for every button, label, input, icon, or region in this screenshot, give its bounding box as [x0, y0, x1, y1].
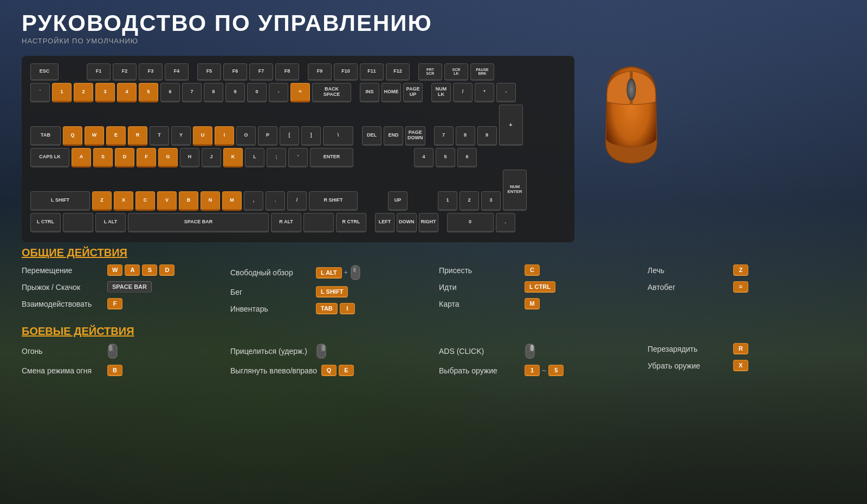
- key-m[interactable]: M: [222, 191, 242, 211]
- key-backtick[interactable]: `: [30, 83, 50, 102]
- key-numplus[interactable]: +: [499, 105, 523, 146]
- key-badge-c[interactable]: C: [525, 264, 540, 276]
- key-z[interactable]: Z: [92, 191, 112, 211]
- key-f12[interactable]: F12: [386, 63, 410, 81]
- key-num5[interactable]: 5: [436, 148, 455, 167]
- key-6[interactable]: 6: [160, 83, 180, 102]
- key-g[interactable]: G: [158, 148, 178, 167]
- key-f11[interactable]: F11: [360, 63, 384, 81]
- key-b[interactable]: B: [179, 191, 198, 211]
- key-rwin[interactable]: [303, 213, 334, 232]
- key-w[interactable]: W: [85, 126, 104, 146]
- key-badge-r[interactable]: R: [733, 343, 748, 354]
- key-k[interactable]: K: [223, 148, 243, 167]
- key-right[interactable]: RIGHT: [419, 213, 438, 232]
- key-numstar[interactable]: *: [475, 83, 494, 102]
- key-x[interactable]: X: [114, 191, 133, 211]
- key-num2[interactable]: 2: [460, 191, 479, 211]
- key-space[interactable]: SPACE BAR: [128, 213, 269, 232]
- key-prtscr[interactable]: PRTSCR: [418, 63, 442, 81]
- key-tab[interactable]: TAB: [30, 126, 61, 146]
- key-down[interactable]: DOWN: [397, 213, 417, 232]
- key-badge-d[interactable]: D: [159, 264, 174, 276]
- key-badge-f[interactable]: F: [107, 298, 122, 309]
- key-badge-a[interactable]: A: [125, 264, 140, 276]
- key-home[interactable]: HOME: [381, 83, 401, 102]
- key-badge-lalt[interactable]: L ALT: [316, 267, 342, 279]
- key-num4[interactable]: 4: [414, 148, 434, 167]
- key-badge-lshift[interactable]: L SHIFT: [316, 286, 348, 298]
- key-badge-1-weapon[interactable]: 1: [525, 365, 540, 376]
- key-numlk[interactable]: NUMLK: [431, 83, 451, 102]
- key-badge-m[interactable]: M: [525, 298, 540, 309]
- key-e[interactable]: E: [106, 126, 126, 146]
- key-h[interactable]: H: [180, 148, 199, 167]
- key-f6[interactable]: F6: [223, 63, 247, 81]
- key-f3[interactable]: F3: [139, 63, 163, 81]
- key-f1[interactable]: F1: [87, 63, 111, 81]
- key-l[interactable]: L: [245, 148, 264, 167]
- key-badge-5-weapon[interactable]: 5: [548, 365, 564, 376]
- key-f8[interactable]: F8: [275, 63, 299, 81]
- key-scrlk[interactable]: SCRLK: [444, 63, 468, 81]
- key-8[interactable]: 8: [204, 83, 223, 102]
- key-q[interactable]: Q: [63, 126, 82, 146]
- key-3[interactable]: 3: [95, 83, 115, 102]
- key-s[interactable]: S: [93, 148, 113, 167]
- key-left[interactable]: LEFT: [375, 213, 394, 232]
- key-num1[interactable]: 1: [438, 191, 457, 211]
- key-badge-b[interactable]: B: [107, 365, 122, 376]
- key-numslash[interactable]: /: [453, 83, 473, 102]
- key-f9[interactable]: F9: [308, 63, 332, 81]
- key-p[interactable]: P: [258, 126, 277, 146]
- key-c[interactable]: C: [135, 191, 155, 211]
- key-f[interactable]: F: [137, 148, 156, 167]
- key-f10[interactable]: F10: [334, 63, 358, 81]
- key-y[interactable]: Y: [171, 126, 191, 146]
- key-num3[interactable]: 3: [481, 191, 501, 211]
- key-f7[interactable]: F7: [249, 63, 273, 81]
- key-4[interactable]: 4: [117, 83, 137, 102]
- key-up[interactable]: UP: [388, 191, 407, 211]
- key-minus[interactable]: -: [269, 83, 288, 102]
- key-a[interactable]: A: [72, 148, 91, 167]
- key-badge-z[interactable]: Z: [733, 264, 748, 276]
- key-rbracket[interactable]: ]: [301, 126, 321, 146]
- key-period[interactable]: .: [266, 191, 285, 211]
- key-1[interactable]: 1: [52, 83, 72, 102]
- key-lshift[interactable]: L SHIFT: [30, 191, 90, 211]
- key-9[interactable]: 9: [225, 83, 245, 102]
- key-f5[interactable]: F5: [197, 63, 221, 81]
- key-badge-s[interactable]: S: [142, 264, 157, 276]
- key-comma[interactable]: ,: [244, 191, 263, 211]
- key-semicolon[interactable]: ;: [267, 148, 286, 167]
- key-d[interactable]: D: [115, 148, 134, 167]
- key-badge-lctrl[interactable]: L CTRL: [525, 281, 555, 293]
- key-pgup[interactable]: PAGEUP: [403, 83, 423, 102]
- key-badge-e[interactable]: E: [339, 365, 354, 376]
- key-badge-space[interactable]: SPACE BAR: [107, 281, 152, 293]
- key-0[interactable]: 0: [247, 83, 267, 102]
- key-caps[interactable]: CAPS LK: [30, 148, 69, 167]
- key-j[interactable]: J: [202, 148, 221, 167]
- key-numdot[interactable]: .: [496, 213, 515, 232]
- key-u[interactable]: U: [193, 126, 212, 146]
- key-n[interactable]: N: [200, 191, 220, 211]
- key-lbracket[interactable]: [: [280, 126, 299, 146]
- key-7[interactable]: 7: [182, 83, 202, 102]
- key-num8[interactable]: 8: [456, 126, 475, 146]
- key-lalt[interactable]: L ALT: [95, 213, 126, 232]
- key-end[interactable]: END: [384, 126, 403, 146]
- key-ins[interactable]: INS: [360, 83, 379, 102]
- key-del[interactable]: DEL: [362, 126, 381, 146]
- key-badge-q[interactable]: Q: [321, 365, 337, 376]
- key-v[interactable]: V: [157, 191, 177, 211]
- key-pause[interactable]: PAUSEBRK: [470, 63, 494, 81]
- key-t[interactable]: T: [150, 126, 169, 146]
- key-quote[interactable]: ': [288, 148, 308, 167]
- key-badge-i[interactable]: I: [340, 303, 355, 314]
- key-i[interactable]: I: [215, 126, 234, 146]
- key-numminus[interactable]: -: [496, 83, 516, 102]
- key-num7[interactable]: 7: [434, 126, 454, 146]
- key-o[interactable]: O: [236, 126, 256, 146]
